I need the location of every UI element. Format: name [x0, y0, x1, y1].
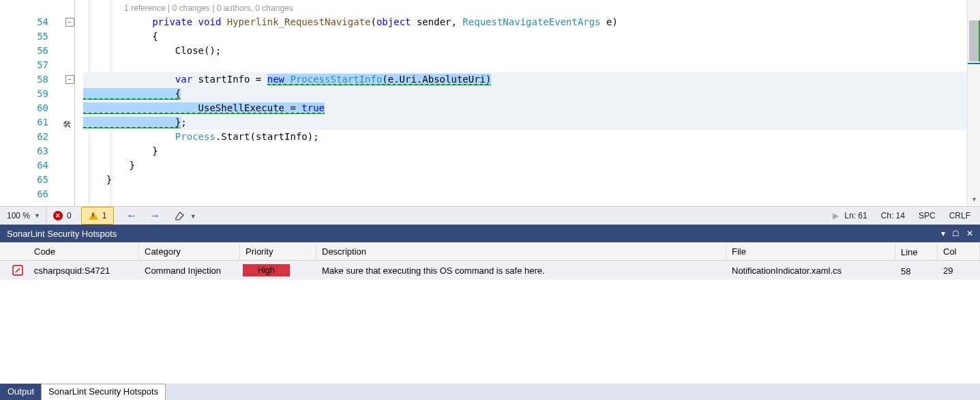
col-line[interactable]: Line — [895, 244, 938, 259]
col-file[interactable]: File — [726, 244, 895, 259]
indent-mode[interactable]: SPC — [919, 211, 936, 220]
panel-titlebar[interactable]: SonarLint Security Hotspots ▾ ☖ ✕ — [0, 225, 980, 242]
code-line[interactable] — [83, 58, 967, 72]
zoom-dropdown[interactable]: 100 % ▼ — [0, 210, 46, 222]
lightbulb-icon[interactable]: 🛠 — [63, 117, 72, 132]
line-numbers: 54555657585960616263646566 — [0, 0, 65, 206]
scroll-down-icon[interactable]: ▾ — [968, 195, 980, 206]
cell-category: Command Injection — [139, 263, 240, 278]
hotspots-grid-header[interactable]: Code Category Priority Description File … — [0, 242, 980, 261]
pin-icon[interactable]: ☖ — [952, 229, 960, 238]
line-number: 57 — [0, 58, 65, 72]
eraser-icon — [174, 211, 185, 220]
cursor-char: Ch: 14 — [881, 211, 905, 220]
errors-count: 0 — [67, 211, 72, 220]
fold-button[interactable]: − — [65, 75, 74, 84]
cell-col: 29 — [938, 263, 980, 278]
cursor-line: Ln: 61 — [844, 211, 867, 220]
scrollbar-thumb[interactable] — [969, 20, 979, 61]
cell-line: 58 — [895, 263, 938, 278]
chevron-down-icon: ▼ — [34, 212, 40, 219]
bottom-tabs[interactable]: Output SonarLint Security Hotspots — [0, 384, 980, 400]
close-icon[interactable]: ✕ — [966, 229, 973, 238]
line-number: 56 — [0, 44, 65, 58]
line-number: 62 — [0, 130, 65, 144]
cell-code: csharpsquid:S4721 — [29, 263, 139, 278]
line-number: 54 — [0, 15, 65, 29]
code-line[interactable]: } — [83, 144, 967, 158]
cell-description: Make sure that executing this OS command… — [316, 263, 726, 278]
code-line[interactable] — [83, 187, 967, 201]
col-category[interactable]: Category — [139, 244, 240, 259]
priority-badge: High — [243, 264, 290, 276]
chevron-down-icon: ▼ — [190, 213, 196, 220]
table-row[interactable]: csharpsquid:S4721 Command Injection High… — [0, 261, 980, 280]
fold-button[interactable]: − — [65, 18, 74, 27]
col-icon — [0, 248, 29, 254]
code-line[interactable]: var startInfo = new ProcessStartInfo(e.U… — [83, 72, 967, 87]
line-number: 58 — [0, 72, 65, 87]
fold-gutter[interactable]: − − — [65, 0, 75, 206]
editor-statusbar: 100 % ▼ ✕ 0 1 ← → ▼ ▶ Ln: 61 Ch: — [0, 206, 980, 225]
line-number: 64 — [0, 158, 65, 173]
tab-hotspots[interactable]: SonarLint Security Hotspots — [41, 384, 166, 400]
line-number: 61 — [0, 115, 65, 130]
line-number: 65 — [0, 173, 65, 187]
eol-mode[interactable]: CRLF — [949, 211, 970, 220]
line-number: 55 — [0, 29, 65, 44]
code-line[interactable]: UseShellExecute = true — [83, 101, 967, 115]
tab-output[interactable]: Output — [0, 384, 42, 400]
code-line[interactable]: } — [83, 173, 967, 187]
col-col[interactable]: Col — [938, 244, 980, 259]
zoom-value: 100 % — [7, 211, 30, 220]
line-number: 63 — [0, 144, 65, 158]
codelens[interactable]: 1 reference | 0 changes | 0 authors, 0 c… — [124, 1, 293, 16]
line-number: 60 — [0, 101, 65, 115]
hotspot-icon — [0, 262, 29, 278]
warnings-count: 1 — [102, 211, 107, 220]
hscroll-indicator[interactable]: ▶ — [827, 211, 844, 220]
hotspots-grid-body[interactable]: csharpsquid:S4721 Command Injection High… — [0, 261, 980, 384]
cell-priority: High — [240, 261, 316, 279]
code-line[interactable]: }; — [83, 115, 967, 130]
window-position-icon[interactable]: ▾ — [941, 229, 945, 238]
code-line[interactable]: { — [83, 87, 967, 101]
glyph-margin: 🛠 — [75, 0, 83, 206]
col-code[interactable]: Code — [29, 244, 139, 259]
col-description[interactable]: Description — [316, 244, 726, 259]
code-line[interactable]: { — [83, 29, 967, 44]
cell-file: NotificationIndicator.xaml.cs — [726, 263, 895, 278]
line-number: 66 — [0, 187, 65, 201]
nav-forward-icon[interactable]: → — [149, 210, 160, 222]
vertical-scrollbar[interactable]: ▾ — [967, 0, 980, 206]
line-number: 59 — [0, 87, 65, 101]
code-line[interactable]: Process.Start(startInfo); — [83, 130, 967, 144]
code-line[interactable]: private void Hyperlink_RequestNavigate(o… — [83, 15, 967, 29]
col-priority[interactable]: Priority — [240, 244, 316, 259]
panel-title: SonarLint Security Hotspots — [7, 229, 117, 239]
code-editor[interactable]: 54555657585960616263646566 − − 🛠 — [0, 0, 980, 206]
error-icon: ✕ — [53, 211, 63, 220]
errors-indicator[interactable]: ✕ 0 — [46, 207, 78, 225]
nav-back-icon[interactable]: ← — [126, 210, 137, 222]
code-line[interactable]: } — [83, 158, 967, 173]
warnings-indicator[interactable]: 1 — [81, 207, 115, 225]
code-content[interactable]: 1 reference | 0 changes | 0 authors, 0 c… — [83, 0, 967, 206]
warning-icon — [89, 212, 98, 220]
clear-bookmarks-button[interactable]: ▼ — [170, 211, 200, 221]
code-line[interactable]: Close(); — [83, 44, 967, 58]
